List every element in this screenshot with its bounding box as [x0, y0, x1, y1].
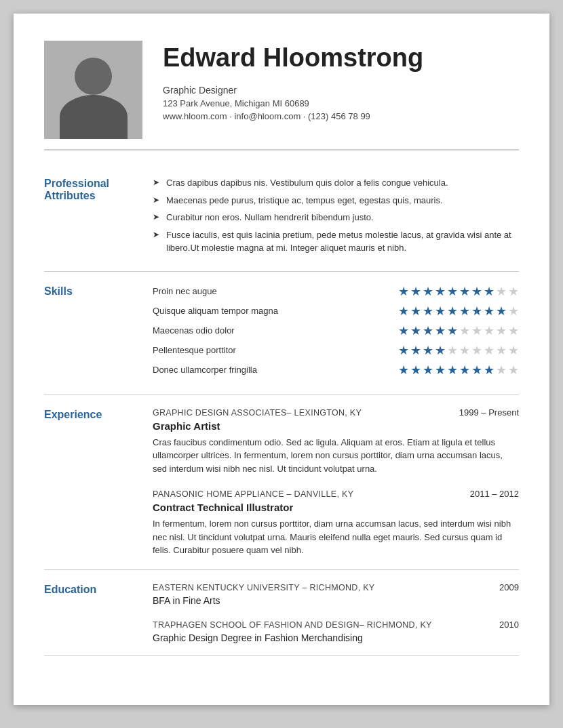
- star-filled: ★: [459, 304, 470, 319]
- star-filled: ★: [435, 304, 446, 319]
- skill-row: Quisque aliquam tempor magna★★★★★★★★★★: [153, 304, 519, 319]
- exp-company: Panasonic Home Appliance – Danville, KY: [153, 489, 353, 499]
- star-filled: ★: [459, 363, 470, 378]
- star-filled: ★: [484, 363, 494, 378]
- contact-info: www.hloom.com · info@hloom.com · (123) 4…: [163, 111, 519, 121]
- star-filled: ★: [410, 363, 421, 378]
- star-filled: ★: [398, 363, 409, 378]
- resume-page: Edward Hloomstrong Graphic Designer 123 …: [14, 14, 549, 705]
- star-filled: ★: [398, 284, 409, 299]
- professional-label: Professional Attributes: [44, 176, 153, 259]
- skill-name: Donec ullamcorper fringilla: [153, 365, 398, 375]
- experience-section: Experience Graphic Design Associates– Le…: [44, 395, 519, 570]
- experience-content: Graphic Design Associates– Lexington, KY…: [153, 407, 519, 557]
- star-filled: ★: [435, 284, 446, 299]
- education-content: Eastern Kentucky University – Richmond, …: [153, 582, 519, 643]
- professional-content: Cras dapibus dapibus nis. Vestibulum qui…: [153, 176, 519, 259]
- edu-header: Eastern Kentucky University – Richmond, …: [153, 582, 519, 592]
- star-filled: ★: [484, 304, 494, 319]
- star-filled: ★: [471, 284, 482, 299]
- edu-degree: Graphic Design Degree in Fashion Merchan…: [153, 632, 519, 643]
- star-empty: ★: [496, 363, 507, 378]
- star-filled: ★: [459, 284, 470, 299]
- edu-school: Eastern Kentucky University – Richmond, …: [153, 583, 374, 592]
- skills-content: Proin nec augue★★★★★★★★★★Quisque aliquam…: [153, 284, 519, 382]
- star-rating: ★★★★★★★★★★: [398, 363, 519, 378]
- star-filled: ★: [423, 323, 433, 338]
- star-empty: ★: [447, 343, 458, 358]
- edu-school: Traphagen School of Fashion and Design– …: [153, 620, 432, 630]
- star-filled: ★: [398, 304, 409, 319]
- skill-row: Maecenas odio dolor★★★★★★★★★★: [153, 323, 519, 338]
- education-entry: Traphagen School of Fashion and Design– …: [153, 620, 519, 643]
- star-filled: ★: [423, 363, 433, 378]
- skill-row: Proin nec augue★★★★★★★★★★: [153, 284, 519, 299]
- edu-year: 2010: [499, 620, 519, 630]
- star-filled: ★: [496, 304, 507, 319]
- education-label: Education: [44, 582, 153, 643]
- star-filled: ★: [471, 304, 482, 319]
- star-filled: ★: [471, 363, 482, 378]
- attribute-item: Curabitur non eros. Nullam hendrerit bib…: [153, 211, 519, 224]
- star-empty: ★: [459, 323, 470, 338]
- star-empty: ★: [508, 323, 519, 338]
- skills-section: Skills Proin nec augue★★★★★★★★★★Quisque …: [44, 272, 519, 395]
- job-title: Graphic Designer: [163, 85, 519, 96]
- education-section: Education Eastern Kentucky University – …: [44, 570, 519, 656]
- experience-entry: Panasonic Home Appliance – Danville, KY2…: [153, 489, 519, 557]
- exp-title: Contract Technical Illustrator: [153, 502, 519, 513]
- star-filled: ★: [447, 284, 458, 299]
- skills-label: Skills: [44, 284, 153, 382]
- professional-section: Professional Attributes Cras dapibus dap…: [44, 164, 519, 272]
- star-filled: ★: [410, 323, 421, 338]
- exp-description: Cras faucibus condimentum odio. Sed ac l…: [153, 436, 519, 476]
- star-empty: ★: [496, 343, 507, 358]
- exp-dates: 2011 – 2012: [470, 489, 519, 499]
- address: 123 Park Avenue, Michigan MI 60689: [163, 98, 519, 108]
- avatar: [44, 41, 142, 139]
- star-empty: ★: [496, 284, 507, 299]
- full-name: Edward Hloomstrong: [163, 44, 519, 73]
- star-filled: ★: [423, 343, 433, 358]
- star-empty: ★: [459, 343, 470, 358]
- star-filled: ★: [423, 304, 433, 319]
- experience-label: Experience: [44, 407, 153, 557]
- star-filled: ★: [410, 343, 421, 358]
- star-empty: ★: [508, 363, 519, 378]
- attributes-list: Cras dapibus dapibus nis. Vestibulum qui…: [153, 176, 519, 255]
- star-rating: ★★★★★★★★★★: [398, 284, 519, 299]
- edu-header: Traphagen School of Fashion and Design– …: [153, 620, 519, 630]
- exp-header: Panasonic Home Appliance – Danville, KY2…: [153, 489, 519, 499]
- exp-company: Graphic Design Associates– Lexington, KY: [153, 408, 362, 418]
- edu-degree: BFA in Fine Arts: [153, 595, 519, 606]
- attribute-item: Fusce iaculis, est quis lacinia pretium,…: [153, 228, 519, 255]
- attribute-item: Maecenas pede purus, tristique ac, tempu…: [153, 194, 519, 207]
- star-empty: ★: [508, 343, 519, 358]
- skill-row: Pellentesque porttitor★★★★★★★★★★: [153, 343, 519, 358]
- star-empty: ★: [471, 343, 482, 358]
- star-filled: ★: [398, 323, 409, 338]
- skill-name: Maecenas odio dolor: [153, 325, 398, 336]
- star-rating: ★★★★★★★★★★: [398, 343, 519, 358]
- star-filled: ★: [398, 343, 409, 358]
- star-empty: ★: [496, 323, 507, 338]
- star-empty: ★: [484, 343, 494, 358]
- star-filled: ★: [410, 284, 421, 299]
- avatar-head: [75, 58, 112, 95]
- experience-entry: Graphic Design Associates– Lexington, KY…: [153, 407, 519, 476]
- star-filled: ★: [435, 323, 446, 338]
- header-info: Edward Hloomstrong Graphic Designer 123 …: [163, 41, 519, 121]
- star-filled: ★: [447, 323, 458, 338]
- skill-name: Pellentesque porttitor: [153, 345, 398, 355]
- star-empty: ★: [508, 284, 519, 299]
- skill-row: Donec ullamcorper fringilla★★★★★★★★★★: [153, 363, 519, 378]
- star-filled: ★: [410, 304, 421, 319]
- star-rating: ★★★★★★★★★★: [398, 323, 519, 338]
- star-empty: ★: [484, 323, 494, 338]
- skill-name: Proin nec augue: [153, 286, 398, 296]
- exp-description: In fermentum, lorem non cursus porttitor…: [153, 517, 519, 557]
- star-filled: ★: [423, 284, 433, 299]
- resume-header: Edward Hloomstrong Graphic Designer 123 …: [44, 41, 519, 150]
- exp-title: Graphic Artist: [153, 420, 519, 432]
- star-filled: ★: [484, 284, 494, 299]
